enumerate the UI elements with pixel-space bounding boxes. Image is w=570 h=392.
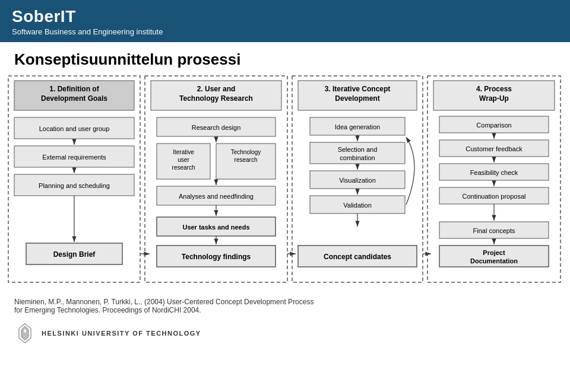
svg-text:combination: combination: [340, 154, 375, 161]
svg-text:Feasibility check: Feasibility check: [470, 169, 518, 176]
svg-text:Technology Research: Technology Research: [179, 94, 253, 103]
citation-line1: Nieminen, M.P., Mannonen, P. Turkki, L.,…: [14, 298, 556, 306]
svg-text:user: user: [178, 157, 189, 163]
svg-text:Wrap-Up: Wrap-Up: [479, 94, 509, 103]
university-logo-icon: [14, 323, 36, 344]
header-title: SoberIT: [12, 7, 558, 26]
diagram-container: 1. Definition of Development Goals Locat…: [0, 75, 570, 291]
svg-text:Continuation proposal: Continuation proposal: [462, 193, 525, 200]
svg-text:2. User and: 2. User and: [197, 85, 236, 93]
citation: Nieminen, M.P., Mannonen, P. Turkki, L.,…: [0, 291, 570, 318]
svg-text:Selection and: Selection and: [338, 146, 378, 153]
svg-text:research: research: [235, 157, 258, 163]
main-title: Konseptisuunnittelun prosessi: [0, 42, 570, 75]
svg-text:Concept candidates: Concept candidates: [324, 253, 391, 261]
header: SoberIT Software Business and Engineerin…: [0, 0, 570, 42]
svg-text:Project: Project: [483, 249, 505, 256]
svg-text:Planning and scheduling: Planning and scheduling: [39, 182, 110, 189]
svg-text:Technology findings: Technology findings: [182, 253, 251, 261]
svg-text:User tasks and needs: User tasks and needs: [182, 224, 249, 231]
svg-text:Final concepts: Final concepts: [473, 227, 515, 234]
svg-text:Customer feedback: Customer feedback: [466, 145, 522, 152]
svg-text:Documentation: Documentation: [470, 257, 518, 264]
svg-text:Technology: Technology: [231, 149, 261, 155]
svg-text:Iterative: Iterative: [173, 149, 194, 155]
svg-text:4. Process: 4. Process: [476, 85, 512, 93]
citation-line2: for Emerging Technologies. Proceedings o…: [14, 306, 556, 314]
svg-text:Idea generation: Idea generation: [335, 123, 380, 130]
svg-text:Validation: Validation: [343, 202, 372, 209]
svg-text:Development Goals: Development Goals: [41, 94, 107, 103]
diagram-svg: 1. Definition of Development Goals Locat…: [7, 75, 563, 288]
header-subtitle: Software Business and Engineering instit…: [12, 27, 558, 36]
svg-text:3. Iterative Concept: 3. Iterative Concept: [325, 85, 391, 93]
svg-text:Research design: Research design: [192, 124, 241, 131]
svg-text:Comparison: Comparison: [476, 122, 511, 129]
svg-text:research: research: [172, 164, 195, 171]
footer: HELSINKI UNIVERSITY OF TECHNOLOGY: [0, 318, 570, 349]
svg-text:Development: Development: [335, 94, 379, 103]
svg-text:Visualization: Visualization: [339, 177, 376, 184]
university-name: HELSINKI UNIVERSITY OF TECHNOLOGY: [42, 330, 201, 337]
svg-text:External requirements: External requirements: [42, 154, 106, 161]
svg-text:Location and user group: Location and user group: [39, 125, 110, 132]
svg-text:Design Brief: Design Brief: [53, 250, 96, 259]
svg-text:1. Definition of: 1. Definition of: [49, 85, 99, 93]
svg-text:Analyses and needfinding: Analyses and needfinding: [179, 193, 254, 200]
